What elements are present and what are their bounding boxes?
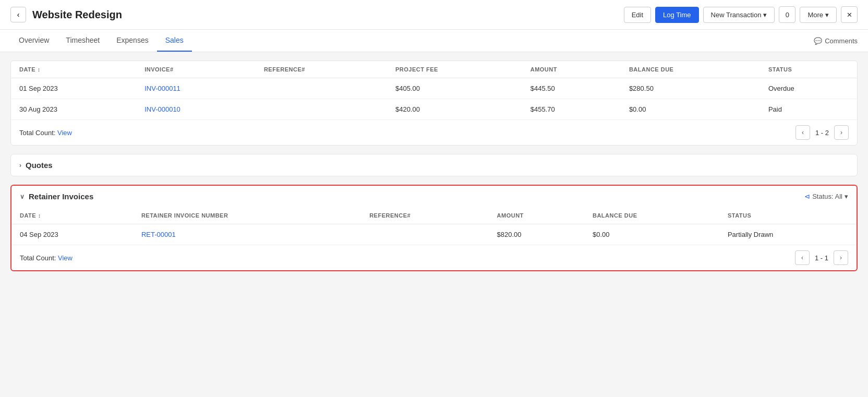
page-title: Website Redesign bbox=[32, 9, 122, 21]
invoice-number: INV-000010 bbox=[136, 99, 256, 120]
retainer-view-link[interactable]: View bbox=[58, 254, 73, 262]
retainer-invoice-link[interactable]: RET-00001 bbox=[141, 231, 176, 238]
chevron-down-icon: ▾ bbox=[825, 11, 829, 19]
invoice-project-fee: $420.00 bbox=[387, 99, 522, 120]
tab-expenses[interactable]: Expenses bbox=[108, 30, 156, 52]
ret-col-balance-due: BALANCE DUE bbox=[584, 207, 719, 224]
close-button[interactable]: ✕ bbox=[841, 6, 858, 23]
retainer-invoices-title: ∨ Retainer Invoices bbox=[20, 192, 93, 201]
invoice-project-fee: $405.00 bbox=[387, 78, 522, 99]
col-balance-due: BALANCE DUE bbox=[621, 61, 760, 78]
header-left: ‹ Website Redesign bbox=[10, 7, 122, 22]
invoices-table: DATE ↕ INVOICE# REFERENCE# PROJECT FEE A… bbox=[11, 61, 857, 119]
invoices-total-count: Total Count: View bbox=[19, 129, 72, 137]
col-reference: REFERENCE# bbox=[256, 61, 387, 78]
retainer-prev-page[interactable]: ‹ bbox=[795, 250, 810, 265]
ret-status: Partially Drawn bbox=[719, 224, 857, 245]
tab-timesheet[interactable]: Timesheet bbox=[57, 30, 108, 52]
invoices-next-page[interactable]: › bbox=[834, 125, 849, 140]
invoice-date: 30 Aug 2023 bbox=[11, 99, 136, 120]
table-row: 01 Sep 2023 INV-000011 $405.00 $445.50 $… bbox=[11, 78, 857, 99]
status-filter[interactable]: ⊲ Status: All ▾ bbox=[804, 193, 848, 200]
log-time-button[interactable]: Log Time bbox=[655, 7, 698, 23]
table-row: 30 Aug 2023 INV-000010 $420.00 $455.70 $… bbox=[11, 99, 857, 120]
retainer-invoices-footer: Total Count: View ‹ 1 - 1 › bbox=[11, 245, 857, 270]
content: DATE ↕ INVOICE# REFERENCE# PROJECT FEE A… bbox=[0, 52, 868, 288]
status-filter-chevron: ▾ bbox=[845, 193, 848, 200]
comment-icon: 💬 bbox=[814, 37, 822, 45]
invoice-number: INV-000011 bbox=[136, 78, 256, 99]
invoices-footer: Total Count: View ‹ 1 - 2 › bbox=[11, 119, 857, 145]
invoices-view-link[interactable]: View bbox=[57, 129, 72, 137]
quotes-section-header[interactable]: › Quotes bbox=[11, 154, 857, 176]
invoice-reference bbox=[256, 78, 387, 99]
invoices-section: DATE ↕ INVOICE# REFERENCE# PROJECT FEE A… bbox=[10, 61, 858, 146]
ret-col-number: RETAINER INVOICE NUMBER bbox=[133, 207, 361, 224]
retainer-next-page[interactable]: › bbox=[834, 250, 848, 265]
invoices-page-info: 1 - 2 bbox=[812, 129, 832, 137]
col-status: STATUS bbox=[760, 61, 857, 78]
quotes-section: › Quotes bbox=[10, 154, 858, 176]
ret-col-date[interactable]: DATE ↕ bbox=[11, 207, 133, 224]
tabs-bar: Overview Timesheet Expenses Sales 💬 Comm… bbox=[0, 30, 868, 52]
header: ‹ Website Redesign Edit Log Time New Tra… bbox=[0, 0, 868, 30]
retainer-total-count: Total Count: View bbox=[20, 254, 73, 262]
invoice-date: 01 Sep 2023 bbox=[11, 78, 136, 99]
invoice-link[interactable]: INV-000010 bbox=[144, 105, 180, 113]
ret-col-status: STATUS bbox=[719, 207, 857, 224]
filter-icon: ⊲ bbox=[804, 193, 810, 200]
notification-button[interactable]: 0 bbox=[779, 6, 795, 23]
close-icon: ✕ bbox=[847, 11, 852, 19]
tabs-left: Overview Timesheet Expenses Sales bbox=[10, 30, 192, 52]
ret-col-amount: AMOUNT bbox=[489, 207, 584, 224]
invoice-amount: $455.70 bbox=[522, 99, 621, 120]
chevron-right-icon: › bbox=[19, 162, 21, 169]
comments-button[interactable]: 💬 Comments bbox=[814, 31, 858, 51]
col-invoice[interactable]: INVOICE# bbox=[136, 61, 256, 78]
ret-number: RET-00001 bbox=[133, 224, 361, 245]
invoices-prev-page[interactable]: ‹ bbox=[795, 125, 810, 140]
retainer-invoices-section: ∨ Retainer Invoices ⊲ Status: All ▾ DATE… bbox=[10, 185, 858, 271]
chevron-down-icon: ▾ bbox=[763, 11, 767, 19]
invoice-status: Paid bbox=[760, 99, 857, 120]
chevron-down-icon: ∨ bbox=[20, 193, 25, 200]
invoices-pagination: ‹ 1 - 2 › bbox=[795, 125, 849, 140]
retainer-invoices-section-header[interactable]: ∨ Retainer Invoices ⊲ Status: All ▾ bbox=[11, 186, 857, 207]
ret-col-reference: REFERENCE# bbox=[361, 207, 488, 224]
more-button[interactable]: More ▾ bbox=[800, 7, 837, 23]
header-right: Edit Log Time New Transaction ▾ 0 More ▾… bbox=[624, 6, 858, 23]
tab-overview[interactable]: Overview bbox=[10, 30, 57, 52]
retainer-page-info: 1 - 1 bbox=[812, 254, 831, 262]
invoice-link[interactable]: INV-000011 bbox=[144, 85, 180, 92]
table-row: 04 Sep 2023 RET-00001 $820.00 $0.00 Part… bbox=[11, 224, 857, 245]
invoice-balance-due: $280.50 bbox=[621, 78, 760, 99]
col-project-fee: PROJECT FEE bbox=[387, 61, 522, 78]
quotes-title: › Quotes bbox=[19, 161, 53, 170]
ret-balance-due: $0.00 bbox=[584, 224, 719, 245]
back-button[interactable]: ‹ bbox=[10, 7, 26, 22]
col-amount: AMOUNT bbox=[522, 61, 621, 78]
col-date[interactable]: DATE ↕ bbox=[11, 61, 136, 78]
ret-amount: $820.00 bbox=[489, 224, 584, 245]
new-transaction-button[interactable]: New Transaction ▾ bbox=[703, 7, 775, 23]
edit-button[interactable]: Edit bbox=[624, 7, 651, 23]
retainer-invoices-table: DATE ↕ RETAINER INVOICE NUMBER REFERENCE… bbox=[11, 207, 857, 245]
retainer-pagination: ‹ 1 - 1 › bbox=[795, 250, 848, 265]
invoice-status: Overdue bbox=[760, 78, 857, 99]
invoice-amount: $445.50 bbox=[522, 78, 621, 99]
invoice-reference bbox=[256, 99, 387, 120]
ret-reference bbox=[361, 224, 488, 245]
tab-sales[interactable]: Sales bbox=[157, 30, 192, 52]
ret-date: 04 Sep 2023 bbox=[11, 224, 133, 245]
invoice-balance-due: $0.00 bbox=[621, 99, 760, 120]
